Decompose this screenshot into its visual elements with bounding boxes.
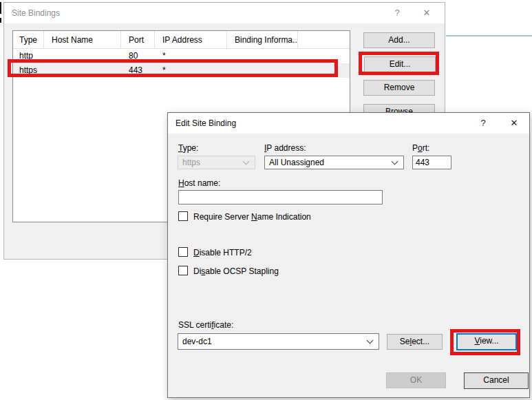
- help-icon[interactable]: ?: [474, 118, 492, 128]
- host-name-input[interactable]: [178, 190, 383, 204]
- column-header-type[interactable]: Type: [13, 31, 44, 49]
- dialog-title: Site Bindings: [12, 8, 60, 18]
- require-sni-label[interactable]: Require Server Name Indication: [193, 212, 311, 222]
- column-header-ip-address[interactable]: IP Address: [155, 31, 227, 49]
- ssl-certificate-select-value: dev-dc1: [182, 337, 212, 346]
- annotation-highlight-https-row: [8, 59, 338, 77]
- background-window-edge-fragment: [0, 2, 1, 14]
- ip-address-label: IP address:: [264, 143, 306, 153]
- ip-address-select[interactable]: All Unassigned: [264, 156, 404, 169]
- column-header-port[interactable]: Port: [121, 31, 155, 49]
- remove-button[interactable]: Remove: [363, 80, 435, 96]
- background-window-border-line: [446, 35, 532, 36]
- ssl-certificate-select[interactable]: dev-dc1: [178, 333, 379, 350]
- annotation-highlight-edit-button: [359, 52, 439, 75]
- ok-button: OK: [386, 372, 446, 388]
- bindings-list-header: Type Host Name Port IP Address Binding I…: [13, 31, 350, 49]
- require-sni-checkbox[interactable]: [178, 211, 188, 221]
- type-select: https: [178, 156, 255, 169]
- close-icon[interactable]: ✕: [418, 8, 436, 18]
- type-label: Type:: [178, 143, 198, 153]
- chevron-down-icon: [367, 337, 374, 344]
- disable-ocsp-checkbox[interactable]: [178, 266, 188, 275]
- close-icon[interactable]: ✕: [505, 118, 523, 128]
- port-input[interactable]: [412, 156, 451, 169]
- disable-ocsp-label[interactable]: Disable OCSP Stapling: [193, 266, 279, 276]
- ssl-certificate-label: SSL certificate:: [178, 320, 233, 330]
- site-bindings-titlebar[interactable]: Site Bindings ? ✕: [4, 3, 445, 23]
- help-icon[interactable]: ?: [388, 8, 406, 18]
- dialog-title: Edit Site Binding: [175, 118, 236, 128]
- add-button[interactable]: Add...: [363, 32, 435, 48]
- edit-site-binding-titlebar[interactable]: Edit Site Binding ? ✕: [168, 113, 529, 134]
- host-name-label: Host name:: [178, 178, 220, 188]
- column-header-host-name[interactable]: Host Name: [44, 31, 121, 49]
- background-window-edge-fragment: [0, 18, 1, 23]
- column-header-binding-information[interactable]: Binding Informa...: [227, 31, 298, 49]
- screen: Site Bindings ? ✕ Type Host Name Port IP…: [0, 0, 532, 400]
- column-header-filler: [298, 31, 350, 49]
- chevron-down-icon: [392, 158, 398, 165]
- disable-http2-checkbox[interactable]: [178, 247, 188, 257]
- annotation-highlight-view-button: [450, 329, 520, 355]
- type-select-value: https: [182, 158, 200, 167]
- port-label: Port:: [412, 143, 429, 153]
- ip-address-select-value: All Unassigned: [269, 158, 324, 167]
- cancel-button[interactable]: Cancel: [464, 372, 529, 389]
- disable-http2-label[interactable]: Disable HTTP/2: [193, 248, 252, 257]
- select-button[interactable]: Select...: [387, 334, 443, 350]
- chevron-down-icon: [243, 158, 250, 165]
